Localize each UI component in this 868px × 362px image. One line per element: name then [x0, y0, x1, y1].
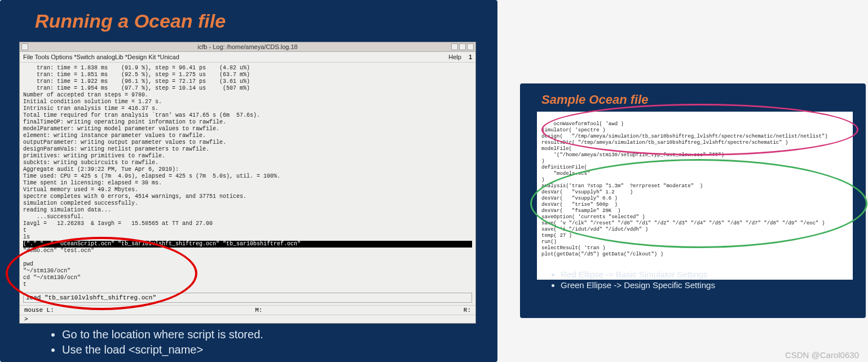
slide-running-ocean: Running a Ocean file icfb - Log: /home/a…	[0, 0, 497, 362]
bullet-right-1: Red Ellipse -> Basic Simulator Settings	[561, 270, 715, 279]
terminal-highlight-line: ("." ".." "oceanScript.ocn" "tb_sar10lvl…	[23, 241, 472, 248]
window-titlebar: icfb - Log: /home/ameya/CDS.log.18	[20, 42, 475, 52]
maximize-icon[interactable]	[459, 43, 466, 50]
bullets-left: Go to the location where script is store…	[11, 326, 263, 359]
menubar-num: 1	[469, 54, 472, 60]
slide-title-right: Sample Ocean file	[520, 83, 866, 107]
close-icon[interactable]	[467, 43, 474, 50]
bullet-right-2: Green Ellipse -> Design Specific Setting…	[561, 280, 715, 290]
menubar-right: Help 1	[448, 54, 472, 60]
footer-prompt: >	[20, 315, 475, 323]
terminal-output: tran: time = 1.838 ms (91.9 %), step = 9…	[20, 63, 475, 290]
status-r: R:	[464, 307, 471, 314]
icfb-window: icfb - Log: /home/ameya/CDS.log.18 File …	[19, 42, 476, 324]
window-menu-icon[interactable]	[21, 43, 28, 50]
bullet-left-1: Go to the location where script is store…	[62, 328, 263, 341]
menubar[interactable]: File Tools Options *Switch analogLib *De…	[20, 52, 475, 63]
status-bar: mouse L: M: R:	[20, 305, 475, 315]
slide-sample-ocean: Sample Ocean file ocnWaveformTool( 'awd …	[520, 83, 866, 318]
ocean-code-box: ocnWaveformTool( 'awd ) simulator( 'spec…	[537, 112, 853, 280]
status-m: M:	[255, 307, 262, 314]
bullets-right: Red Ellipse -> Basic Simulator Settings …	[529, 263, 715, 291]
terminal-text-after: "demo.ocn" "test.ocn" pwd "~/stm130/ocn"…	[23, 248, 94, 288]
watermark: CSDN @Carol0630	[785, 350, 859, 360]
status-l: mouse L:	[24, 307, 54, 314]
help-menu[interactable]: Help	[448, 54, 461, 60]
bullet-left-2: Use the load <script_name>	[62, 343, 263, 356]
minimize-icon[interactable]	[451, 43, 458, 50]
menubar-items[interactable]: File Tools Options *Switch analogLib *De…	[23, 54, 179, 60]
window-controls	[451, 43, 474, 50]
slide-title-left: Running a Ocean file	[0, 0, 497, 32]
ocean-code-text: ocnWaveformTool( 'awd ) simulator( 'spec…	[541, 121, 828, 257]
command-input[interactable]: load "tb_sar10lvlshft_shiftreg.ocn"	[23, 293, 472, 303]
window-title-text: icfb - Log: /home/ameya/CDS.log.18	[197, 43, 297, 50]
terminal-text-top: tran: time = 1.838 ms (91.9 %), step = 9…	[23, 65, 280, 240]
